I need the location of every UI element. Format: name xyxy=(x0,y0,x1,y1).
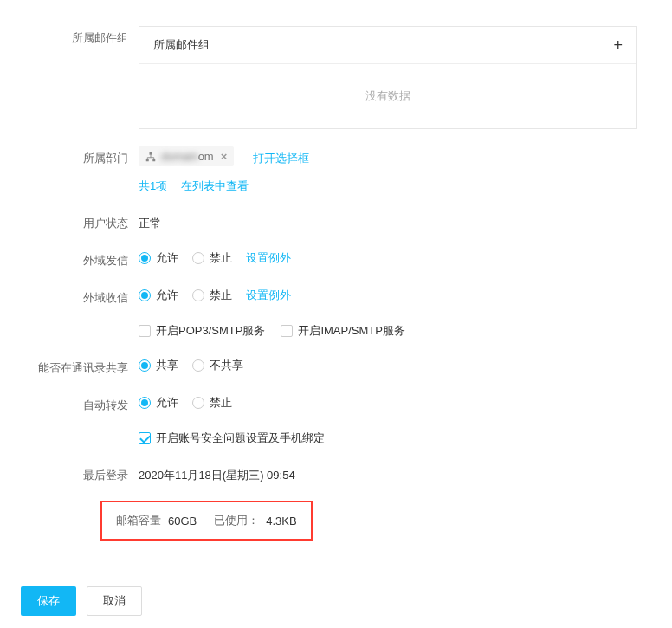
department-tag: domain om × xyxy=(139,146,234,166)
external-send-allow-radio[interactable]: 允许 xyxy=(139,250,178,266)
external-send-label: 外域发信 xyxy=(35,249,139,269)
pop3-smtp-checkbox[interactable]: 开启POP3/SMTP服务 xyxy=(139,323,265,339)
addressbook-share-label: 能否在通讯录共享 xyxy=(35,356,139,376)
imap-smtp-label: 开启IMAP/SMTP服务 xyxy=(298,323,405,339)
last-login-value: 2020年11月18日(星期三) 09:54 xyxy=(139,463,637,483)
radio-icon xyxy=(192,397,204,409)
capacity-label: 邮箱容量 xyxy=(116,513,161,528)
mail-group-empty-text: 没有数据 xyxy=(139,64,636,128)
save-button[interactable]: 保存 xyxy=(21,586,76,616)
auto-forward-allow-label: 允许 xyxy=(156,395,178,411)
capacity-used-label: 已使用： xyxy=(214,513,259,528)
cancel-button[interactable]: 取消 xyxy=(87,586,142,616)
user-status-value: 正常 xyxy=(139,211,637,231)
checkbox-icon xyxy=(139,325,151,337)
radio-icon xyxy=(139,289,151,301)
footer-actions: 保存 取消 xyxy=(0,574,672,628)
mail-group-box: 所属邮件组 + 没有数据 xyxy=(139,26,637,129)
department-tag-suffix: om xyxy=(198,150,214,163)
external-send-forbid-radio[interactable]: 禁止 xyxy=(192,250,232,266)
radio-icon xyxy=(139,359,151,372)
external-receive-forbid-label: 禁止 xyxy=(210,288,232,303)
open-selector-link[interactable]: 打开选择框 xyxy=(253,152,309,165)
department-tag-blurred: domain xyxy=(161,150,198,163)
svg-rect-2 xyxy=(152,159,155,161)
external-send-forbid-label: 禁止 xyxy=(210,250,232,266)
svg-rect-0 xyxy=(150,152,152,154)
org-icon xyxy=(145,152,156,162)
pop3-smtp-label: 开启POP3/SMTP服务 xyxy=(156,323,265,339)
add-mail-group-icon[interactable]: + xyxy=(613,37,623,53)
external-receive-exception-link[interactable]: 设置例外 xyxy=(246,288,291,303)
radio-icon xyxy=(139,397,151,409)
radio-icon xyxy=(192,252,204,264)
auto-forward-label: 自动转发 xyxy=(35,393,139,413)
auto-forward-allow-radio[interactable]: 允许 xyxy=(139,395,178,411)
last-login-label: 最后登录 xyxy=(35,463,139,483)
mail-group-label: 所属邮件组 xyxy=(35,26,139,46)
no-share-radio[interactable]: 不共享 xyxy=(192,358,243,373)
no-share-label: 不共享 xyxy=(210,358,243,373)
external-receive-label: 外域收信 xyxy=(35,286,139,306)
mail-group-header-text: 所属邮件组 xyxy=(153,37,210,53)
auto-forward-forbid-radio[interactable]: 禁止 xyxy=(192,395,232,411)
external-receive-allow-label: 允许 xyxy=(156,288,178,303)
view-in-list-link[interactable]: 在列表中查看 xyxy=(181,179,249,192)
external-receive-allow-radio[interactable]: 允许 xyxy=(139,288,178,303)
radio-icon xyxy=(139,252,151,264)
share-label: 共享 xyxy=(156,358,178,373)
checkbox-icon xyxy=(281,325,293,337)
radio-icon xyxy=(192,359,204,372)
user-status-label: 用户状态 xyxy=(35,211,139,231)
share-radio[interactable]: 共享 xyxy=(139,358,178,373)
radio-icon xyxy=(192,289,204,301)
svg-rect-1 xyxy=(146,159,149,161)
external-send-exception-link[interactable]: 设置例外 xyxy=(246,250,291,266)
capacity-highlight-box: 邮箱容量 60GB 已使用： 4.3KB xyxy=(100,501,313,541)
checkbox-icon xyxy=(139,432,151,444)
auto-forward-forbid-label: 禁止 xyxy=(210,395,232,411)
department-count-link[interactable]: 共1项 xyxy=(139,179,167,192)
remove-department-icon[interactable]: × xyxy=(221,150,228,163)
capacity-used-value: 4.3KB xyxy=(266,515,296,528)
department-label: 所属部门 xyxy=(35,146,139,166)
security-bind-checkbox[interactable]: 开启账号安全问题设置及手机绑定 xyxy=(139,431,325,446)
capacity-total: 60GB xyxy=(168,515,197,528)
external-send-allow-label: 允许 xyxy=(156,250,178,266)
security-bind-label: 开启账号安全问题设置及手机绑定 xyxy=(156,431,325,446)
imap-smtp-checkbox[interactable]: 开启IMAP/SMTP服务 xyxy=(281,323,405,339)
external-receive-forbid-radio[interactable]: 禁止 xyxy=(192,288,232,303)
